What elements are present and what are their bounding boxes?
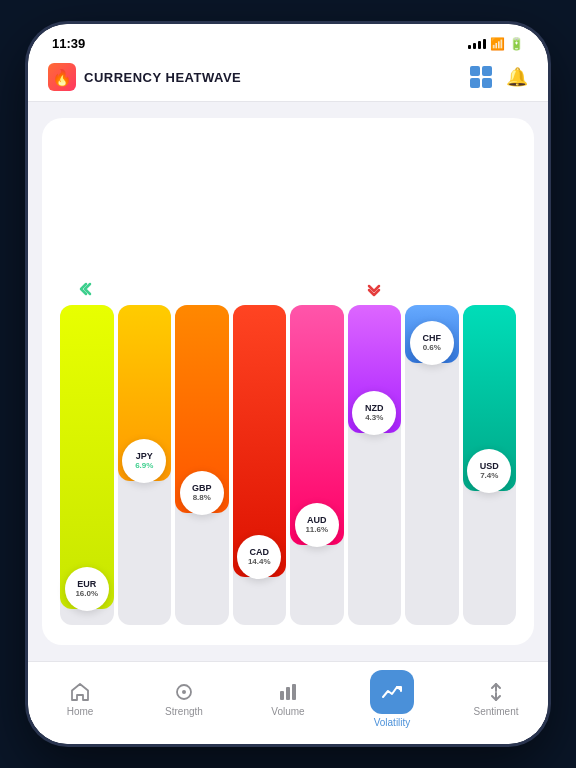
tab-icon-strength — [173, 681, 195, 703]
app-title: CURRENCY HEATWAVE — [84, 70, 241, 85]
arrow-usd: ‒ — [483, 277, 496, 301]
currency-name-eur: EUR — [77, 580, 96, 589]
grid-icon[interactable] — [470, 66, 492, 88]
tab-strength[interactable]: Strength — [132, 681, 236, 717]
device-frame: 11:39 📶 🔋 🔥 CURRENCY HEATWAVE — [28, 24, 548, 744]
currency-badge-usd: USD7.4% — [467, 449, 511, 493]
arrow-eur — [75, 280, 99, 298]
tab-label-home: Home — [67, 706, 94, 717]
currency-badge-eur: EUR16.0% — [65, 567, 109, 611]
main-content: EUR16.0%‒JPY6.9%‒GBP8.8%‒CAD14.4%‒AUD11.… — [28, 102, 548, 661]
arrow-jpy: ‒ — [138, 277, 151, 301]
bar-column-jpy: ‒JPY6.9% — [118, 277, 172, 625]
tab-label-volatility: Volatility — [374, 717, 411, 728]
arrow-nzd — [365, 277, 383, 301]
currency-pct-jpy: 6.9% — [135, 461, 153, 471]
currency-name-nzd: NZD — [365, 404, 384, 413]
bar-track-aud: AUD11.6% — [290, 305, 344, 625]
svg-rect-3 — [286, 687, 290, 700]
bar-track-cad: CAD14.4% — [233, 305, 287, 625]
currency-badge-chf: CHF0.6% — [410, 321, 454, 365]
bar-column-gbp: ‒GBP8.8% — [175, 277, 229, 625]
arrow-chf: ‒ — [425, 277, 438, 301]
bar-column-cad: ‒CAD14.4% — [233, 277, 287, 625]
currency-badge-aud: AUD11.6% — [295, 503, 339, 547]
bar-column-nzd: NZD4.3% — [348, 277, 402, 625]
device-screen: 11:39 📶 🔋 🔥 CURRENCY HEATWAVE — [28, 24, 548, 744]
flame-icon: 🔥 — [48, 63, 76, 91]
bar-track-usd: USD7.4% — [463, 305, 517, 625]
currency-badge-nzd: NZD4.3% — [352, 391, 396, 435]
status-icons: 📶 🔋 — [468, 37, 524, 51]
tab-volume[interactable]: Volume — [236, 681, 340, 717]
header-icons: 🔔 — [470, 66, 528, 88]
tab-label-strength: Strength — [165, 706, 203, 717]
bar-track-nzd: NZD4.3% — [348, 305, 402, 625]
currency-pct-aud: 11.6% — [305, 525, 328, 535]
wifi-icon: 📶 — [490, 37, 505, 51]
tab-bar: Home Strength Volume Volatility Sentimen… — [28, 661, 548, 744]
currency-name-chf: CHF — [423, 334, 442, 343]
tab-sentiment[interactable]: Sentiment — [444, 681, 548, 717]
app-header: 🔥 CURRENCY HEATWAVE 🔔 — [28, 55, 548, 102]
status-time: 11:39 — [52, 36, 85, 51]
status-bar: 11:39 📶 🔋 — [28, 24, 548, 55]
tab-home[interactable]: Home — [28, 681, 132, 717]
tab-icon-home — [69, 681, 91, 703]
battery-icon: 🔋 — [509, 37, 524, 51]
tab-label-volume: Volume — [271, 706, 304, 717]
currency-pct-cad: 14.4% — [248, 557, 271, 567]
tab-icon-volatility — [370, 670, 414, 714]
bar-track-gbp: GBP8.8% — [175, 305, 229, 625]
signal-icon — [468, 39, 486, 49]
bar-column-usd: ‒USD7.4% — [463, 277, 517, 625]
bell-icon[interactable]: 🔔 — [506, 66, 528, 88]
chart-container: EUR16.0%‒JPY6.9%‒GBP8.8%‒CAD14.4%‒AUD11.… — [42, 118, 534, 645]
currency-name-jpy: JPY — [136, 452, 153, 461]
currency-name-cad: CAD — [250, 548, 270, 557]
currency-badge-jpy: JPY6.9% — [122, 439, 166, 483]
svg-rect-2 — [280, 691, 284, 700]
app-title-group: 🔥 CURRENCY HEATWAVE — [48, 63, 241, 91]
bar-column-aud: ‒AUD11.6% — [290, 277, 344, 625]
currency-pct-nzd: 4.3% — [365, 413, 383, 423]
currency-badge-cad: CAD14.4% — [237, 535, 281, 579]
currency-pct-usd: 7.4% — [480, 471, 498, 481]
currency-pct-chf: 0.6% — [423, 343, 441, 353]
currency-name-usd: USD — [480, 462, 499, 471]
svg-rect-4 — [292, 684, 296, 700]
bar-track-chf: CHF0.6% — [405, 305, 459, 625]
tab-icon-sentiment — [485, 681, 507, 703]
svg-point-1 — [182, 690, 186, 694]
currency-pct-eur: 16.0% — [75, 589, 98, 599]
arrow-gbp: ‒ — [195, 277, 208, 301]
bar-column-eur: EUR16.0% — [60, 277, 114, 625]
currency-name-aud: AUD — [307, 516, 327, 525]
bar-column-chf: ‒CHF0.6% — [405, 277, 459, 625]
currency-name-gbp: GBP — [192, 484, 212, 493]
bar-track-jpy: JPY6.9% — [118, 305, 172, 625]
arrow-cad: ‒ — [253, 277, 266, 301]
currency-badge-gbp: GBP8.8% — [180, 471, 224, 515]
tab-volatility[interactable]: Volatility — [340, 670, 444, 728]
bar-track-eur: EUR16.0% — [60, 305, 114, 625]
tab-label-sentiment: Sentiment — [473, 706, 518, 717]
bars-area: EUR16.0%‒JPY6.9%‒GBP8.8%‒CAD14.4%‒AUD11.… — [52, 138, 524, 625]
tab-icon-volume — [277, 681, 299, 703]
currency-pct-gbp: 8.8% — [193, 493, 211, 503]
arrow-aud: ‒ — [310, 277, 323, 301]
